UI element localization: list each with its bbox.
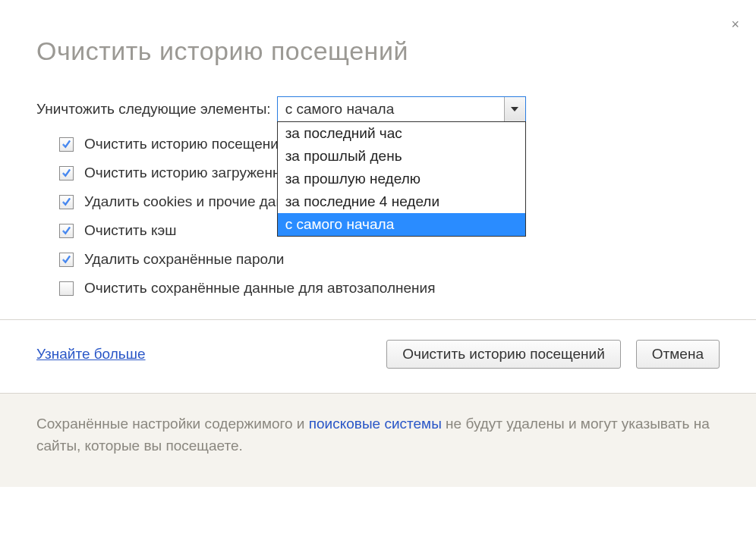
checkbox-label: Удалить cookies и прочие данн [84, 193, 291, 210]
checkbox-label: Очистить историю посещений [84, 136, 287, 152]
checkbox[interactable] [59, 137, 74, 152]
checkbox-label: Удалить сохранённые пароли [84, 251, 284, 268]
checkbox[interactable] [59, 281, 74, 296]
checkbox[interactable] [59, 195, 74, 209]
time-range-selected-text: с самого начала [285, 101, 395, 118]
checkbox-row: Удалить сохранённые пароли [59, 251, 720, 268]
dialog-title: Очистить историю посещений [36, 36, 720, 66]
dropdown-option[interactable]: с самого начала [278, 213, 525, 236]
dropdown-option[interactable]: за последние 4 недели [278, 190, 525, 213]
dropdown-option[interactable]: за прошлый день [278, 145, 525, 168]
clear-button[interactable]: Очистить историю посещений [386, 340, 621, 369]
chevron-down-icon [511, 107, 518, 111]
dropdown-option[interactable]: за последний час [278, 122, 525, 145]
time-range-row: Уничтожить следующие элементы: с самого … [36, 96, 720, 122]
time-range-select[interactable]: с самого начала за последний часза прошл… [277, 96, 526, 122]
button-row: Узнайте больше Очистить историю посещени… [0, 320, 756, 393]
checkbox-label: Очистить сохранённые данные для автозапо… [84, 280, 435, 297]
time-range-dropdown: за последний часза прошлый деньза прошлу… [277, 121, 526, 237]
checkbox-label: Очистить историю загруженны [84, 165, 291, 181]
checkbox[interactable] [59, 166, 74, 181]
dropdown-button[interactable] [504, 97, 525, 121]
checkbox[interactable] [59, 224, 74, 238]
checkbox-label: Очистить кэш [84, 222, 176, 239]
close-icon[interactable]: × [731, 17, 739, 33]
footer-note: Сохранённые настройки содержимого и поис… [0, 394, 756, 487]
checkbox[interactable] [59, 253, 74, 267]
time-range-selected[interactable]: с самого начала [277, 96, 526, 122]
clear-history-dialog: × Очистить историю посещений Уничтожить … [0, 0, 756, 297]
dropdown-option[interactable]: за прошлую неделю [278, 168, 525, 190]
cancel-button[interactable]: Отмена [636, 340, 720, 369]
time-range-label: Уничтожить следующие элементы: [36, 101, 271, 118]
search-engines-link[interactable]: поисковые системы [309, 416, 442, 432]
checkbox-row: Очистить сохранённые данные для автозапо… [59, 280, 720, 297]
learn-more-link[interactable]: Узнайте больше [36, 346, 146, 363]
footer-text-1: Сохранённые настройки содержимого и [36, 416, 309, 432]
